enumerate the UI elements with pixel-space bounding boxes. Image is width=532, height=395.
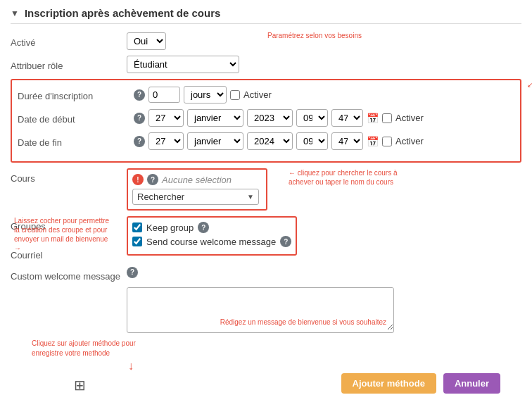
send-welcome-label: Send course welcome message bbox=[146, 237, 276, 247]
end-year-select[interactable]: 2024 bbox=[247, 132, 293, 150]
groups-courriel-section: Groupes Courriel Laissez cocher pour per… bbox=[11, 216, 521, 261]
course-control: ! ? Aucune sélection Rechercher ▼ ← cliq… bbox=[127, 168, 521, 211]
role-control: Étudiant bbox=[127, 56, 521, 73]
duration-activate-label: Activer bbox=[243, 89, 272, 100]
welcome-textarea-container: Rédigez un message de bienvenue si vous … bbox=[127, 287, 394, 333]
redigez-annotation: Rédigez un message de bienvenue si vous … bbox=[220, 318, 386, 327]
start-hour-select[interactable]: 09 bbox=[296, 109, 328, 127]
cliquez-annotation: Cliquez sur ajouter méthode pour enregis… bbox=[32, 339, 141, 374]
end-month-select[interactable]: janvier bbox=[187, 132, 243, 150]
end-day-select[interactable]: 27 bbox=[148, 132, 184, 150]
parametrez-annotation: Paramétrez selon vos besoins bbox=[267, 31, 373, 40]
custom-welcome-label: Custom welcome message bbox=[11, 266, 127, 282]
duration-control: ? jours Activer bbox=[134, 86, 514, 104]
end-activate-label: Activer bbox=[395, 136, 424, 146]
duration-help-icon[interactable]: ? bbox=[134, 89, 145, 101]
keep-group-row: Keep group ? bbox=[132, 222, 291, 233]
end-calendar-icon[interactable]: 📅 bbox=[367, 136, 379, 147]
start-month-select[interactable]: janvier bbox=[187, 109, 243, 127]
role-label: Attribuer rôle bbox=[11, 56, 127, 71]
course-annotation: ← cliquez pour chercher le cours à achev… bbox=[289, 168, 398, 187]
duration-unit-select[interactable]: jours bbox=[184, 86, 227, 104]
end-date-control: ? 27 janvier 2024 09 47 bbox=[134, 132, 514, 150]
active-select[interactable]: Oui Non bbox=[127, 32, 166, 50]
end-minute-select[interactable]: 47 bbox=[331, 132, 363, 150]
start-activate-checkbox[interactable] bbox=[382, 113, 392, 123]
end-date-row: Date de fin ? 27 janvier 2024 09 bbox=[18, 132, 514, 150]
custom-welcome-help-icon[interactable]: ? bbox=[127, 267, 138, 278]
parametrez-annotation-2: ↙ Paramétrez selon vos besoins bbox=[527, 80, 532, 89]
start-calendar-icon[interactable]: 📅 bbox=[367, 113, 379, 124]
groups-courriel-controls: Laissez cocher pour permettre la créatio… bbox=[127, 216, 521, 256]
role-select[interactable]: Étudiant bbox=[127, 56, 239, 73]
end-activate-checkbox[interactable] bbox=[382, 137, 392, 146]
duration-row: Durée d'inscription ? jours Activer bbox=[18, 86, 514, 104]
start-date-help-icon[interactable]: ? bbox=[134, 113, 145, 124]
course-search-dropdown[interactable]: Rechercher ▼ bbox=[132, 189, 259, 205]
section-title: Inscription après achèvement de cours bbox=[25, 7, 220, 19]
course-info-icon[interactable]: ! bbox=[132, 174, 144, 185]
bottom-section: Cliquez sur ajouter méthode pour enregis… bbox=[11, 339, 521, 395]
duration-input[interactable] bbox=[148, 87, 180, 103]
add-method-button[interactable]: Ajouter méthode bbox=[341, 373, 436, 394]
groups-annotation: Laissez cocher pour permettre la créatio… bbox=[14, 216, 116, 253]
chevron-down-icon: ▼ bbox=[11, 8, 19, 18]
role-row: Attribuer rôle Étudiant bbox=[11, 56, 521, 73]
red-border-section: ↙ Paramétrez selon vos besoins Durée d'i… bbox=[11, 79, 521, 163]
dropdown-arrow-icon: ▼ bbox=[247, 193, 254, 201]
start-year-select[interactable]: 2023 bbox=[247, 109, 293, 127]
section-header: ▼ Inscription après achèvement de cours bbox=[11, 7, 521, 24]
end-hour-select[interactable]: 09 bbox=[296, 132, 328, 150]
keep-group-checkbox[interactable] bbox=[132, 222, 142, 232]
keep-group-help-icon[interactable]: ? bbox=[198, 222, 209, 233]
active-label: Activé bbox=[11, 32, 127, 48]
course-label: Cours bbox=[11, 168, 127, 184]
active-row: Activé Oui Non Paramétrez selon vos beso… bbox=[11, 32, 521, 50]
custom-welcome-control: ? bbox=[127, 266, 521, 278]
course-search-label: Rechercher bbox=[137, 192, 184, 202]
duration-activate-checkbox[interactable] bbox=[230, 90, 240, 100]
start-day-select[interactable]: 27 bbox=[148, 109, 184, 127]
keep-group-label: Keep group bbox=[146, 222, 194, 233]
custom-welcome-row: Custom welcome message ? bbox=[11, 266, 521, 282]
send-welcome-checkbox[interactable] bbox=[132, 237, 142, 246]
start-activate-label: Activer bbox=[395, 113, 424, 123]
start-date-control: ? 27 janvier 2023 09 47 bbox=[134, 109, 514, 127]
cancel-button[interactable]: Annuler bbox=[443, 373, 500, 394]
page-container: ▼ Inscription après achèvement de cours … bbox=[0, 0, 532, 395]
duration-label: Durée d'inscription bbox=[18, 86, 134, 101]
end-date-help-icon[interactable]: ? bbox=[134, 136, 145, 147]
active-control: Oui Non Paramétrez selon vos besoins bbox=[127, 32, 521, 50]
start-date-label: Date de début bbox=[18, 109, 134, 125]
course-row: Cours ! ? Aucune sélection Rechercher ▼ … bbox=[11, 168, 521, 211]
end-date-label: Date de fin bbox=[18, 132, 134, 148]
start-minute-select[interactable]: 47 bbox=[331, 109, 363, 127]
course-help-icon[interactable]: ? bbox=[147, 174, 158, 185]
send-welcome-row: Send course welcome message ? bbox=[132, 236, 291, 247]
bottom-left: Cliquez sur ajouter méthode pour enregis… bbox=[11, 339, 141, 394]
send-welcome-help-icon[interactable]: ? bbox=[280, 236, 291, 247]
button-group: Ajouter méthode Annuler bbox=[341, 373, 500, 394]
start-date-row: Date de début ? 27 janvier 2023 09 bbox=[18, 109, 514, 127]
add-method-icon[interactable]: ⊞ bbox=[74, 377, 86, 394]
course-placeholder: Aucune sélection bbox=[162, 175, 232, 185]
